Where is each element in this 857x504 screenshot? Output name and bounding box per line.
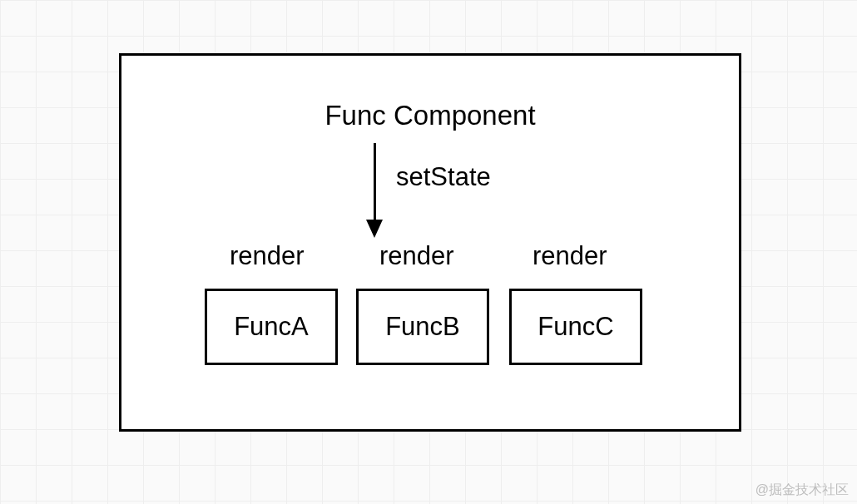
render-label-c: render: [533, 241, 607, 271]
render-label-b: render: [379, 241, 454, 271]
render-label-a: render: [230, 241, 305, 271]
child-box-c-label: FuncC: [537, 312, 613, 342]
diagram-title: Func Component: [324, 100, 535, 131]
child-box-a: FuncA: [205, 289, 338, 365]
child-box-c: FuncC: [509, 289, 642, 365]
child-box-a-label: FuncA: [234, 312, 309, 342]
child-box-b-label: FuncB: [385, 312, 460, 342]
child-box-b: FuncB: [356, 289, 489, 365]
action-label: setState: [396, 162, 491, 192]
diagram-container: Func Component setState render render re…: [119, 53, 741, 432]
watermark: @掘金技术社区: [755, 482, 849, 499]
